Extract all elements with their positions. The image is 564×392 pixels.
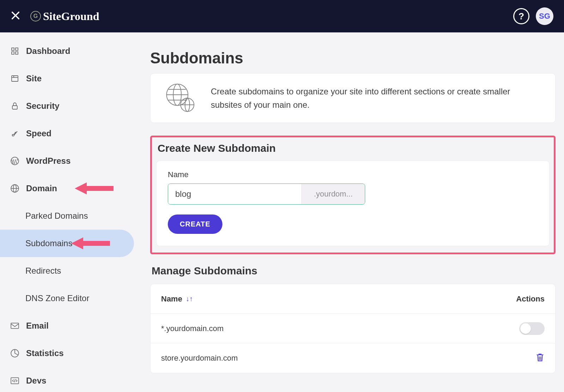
help-icon[interactable]: ? — [513, 8, 529, 24]
sidebar-item-label: Parked Domains — [25, 211, 88, 221]
sidebar-item-statistics[interactable]: Statistics — [0, 340, 137, 367]
avatar[interactable]: SG — [536, 7, 553, 25]
sidebar-item-label: Security — [26, 101, 60, 111]
col-name-header[interactable]: Name ↓↑ — [161, 294, 193, 304]
lock-icon — [10, 102, 20, 110]
sidebar-subitem-dns-zone-editor[interactable]: DNS Zone Editor — [0, 285, 137, 312]
close-icon[interactable] — [11, 11, 20, 22]
subdomain-name: store.yourdomain.com — [161, 354, 238, 363]
logo-mark-icon: G — [30, 11, 41, 21]
svg-rect-17 — [11, 323, 19, 328]
sort-icon: ↓↑ — [186, 295, 193, 303]
sidebar-item-label: Domain — [26, 183, 57, 193]
rocket-icon — [10, 129, 20, 138]
brand-logo[interactable]: G SiteGround — [30, 10, 99, 23]
page-icon — [10, 74, 20, 83]
sidebar-item-label: Devs — [26, 376, 46, 386]
sidebar-item-wordpress[interactable]: WordPress — [0, 147, 137, 175]
sidebar-item-security[interactable]: Security — [0, 92, 137, 120]
pie-icon — [10, 349, 20, 358]
trash-icon[interactable] — [535, 353, 545, 364]
page-title: Subdomains — [150, 49, 556, 67]
header-right: ? SG — [513, 7, 553, 25]
info-text: Create subdomains to organize your site … — [211, 85, 542, 111]
sidebar-subitem-subdomains[interactable]: Subdomains — [0, 230, 134, 257]
globe-icon — [10, 184, 20, 193]
create-subdomain-form: Name .yourdom... CREATE — [156, 161, 550, 246]
sidebar-item-label: Subdomains — [25, 238, 72, 248]
header-left: G SiteGround — [11, 10, 99, 23]
sidebar-item-email[interactable]: Email — [0, 312, 137, 340]
subdomain-input-group: .yourdom... — [168, 183, 365, 205]
subdomains-table: Name ↓↑ Actions *.yourdomain.com store.y… — [150, 284, 556, 373]
sidebar-item-devs[interactable]: Devs — [0, 367, 137, 392]
col-actions-header: Actions — [516, 294, 545, 304]
row-actions — [519, 322, 545, 335]
highlight-arrow-icon — [75, 182, 114, 194]
svg-rect-6 — [12, 76, 18, 81]
main-content: Subdomains Create subdomains to organize… — [137, 32, 564, 392]
sidebar-subitem-redirects[interactable]: Redirects — [0, 257, 137, 285]
sidebar-item-label: Speed — [26, 129, 51, 138]
sidebar-item-label: Statistics — [26, 348, 64, 358]
create-subdomain-highlight: Create New Subdomain Name .yourdom... CR… — [150, 136, 556, 254]
sidebar-item-label: Redirects — [25, 266, 61, 276]
svg-rect-9 — [12, 106, 17, 109]
sidebar: Dashboard Site Security Speed WordPress — [0, 32, 137, 392]
sidebar-subitem-parked-domains[interactable]: Parked Domains — [0, 202, 137, 230]
wordpress-icon — [10, 156, 20, 166]
table-header: Name ↓↑ Actions — [151, 284, 555, 314]
table-row: store.yourdomain.com — [151, 343, 555, 373]
table-row: *.yourdomain.com — [151, 314, 555, 343]
subdomain-name-input[interactable] — [168, 184, 301, 204]
create-subdomain-title: Create New Subdomain — [158, 142, 550, 154]
grid-icon — [10, 47, 20, 55]
sidebar-item-label: WordPress — [26, 156, 70, 166]
info-card: Create subdomains to organize your site … — [150, 73, 556, 123]
sidebar-item-label: Site — [26, 74, 42, 83]
svg-marker-15 — [75, 182, 114, 194]
sidebar-item-label: Dashboard — [26, 46, 70, 56]
mail-icon — [10, 322, 20, 330]
sidebar-item-dashboard[interactable]: Dashboard — [0, 37, 137, 65]
code-icon — [10, 377, 20, 385]
app-header: G SiteGround ? SG — [0, 0, 564, 32]
col-name-label: Name — [161, 294, 182, 304]
highlight-arrow-icon — [71, 237, 110, 249]
sidebar-item-domain[interactable]: Domain — [0, 175, 137, 202]
sidebar-item-site[interactable]: Site — [0, 65, 137, 92]
sidebar-item-label: DNS Zone Editor — [25, 293, 89, 303]
manage-subdomains-title: Manage Subdomains — [152, 265, 556, 277]
svg-rect-4 — [12, 52, 14, 54]
logo-text: SiteGround — [43, 10, 99, 23]
svg-rect-5 — [16, 52, 18, 54]
sidebar-item-speed[interactable]: Speed — [0, 120, 137, 147]
svg-rect-2 — [12, 48, 14, 50]
svg-rect-3 — [16, 48, 18, 50]
domain-suffix: .yourdom... — [301, 184, 365, 204]
toggle-switch[interactable] — [519, 322, 545, 335]
globes-icon — [163, 81, 197, 115]
row-actions — [535, 353, 545, 364]
create-button[interactable]: CREATE — [168, 214, 222, 234]
sidebar-item-label: Email — [26, 321, 49, 331]
name-label: Name — [168, 170, 538, 179]
subdomain-name: *.yourdomain.com — [161, 324, 223, 333]
svg-marker-16 — [71, 237, 110, 249]
